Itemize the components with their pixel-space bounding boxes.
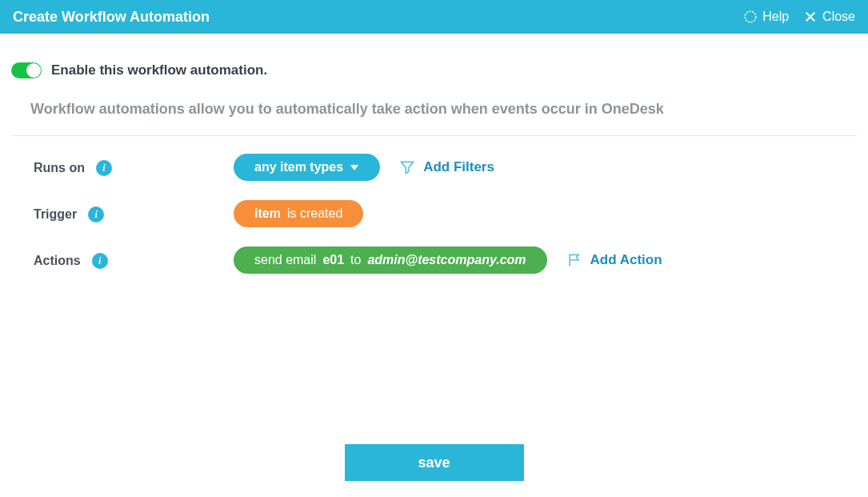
runs-on-row: Runs on i any item types Add Filters (34, 154, 857, 181)
add-filters-button[interactable]: Add Filters (399, 159, 494, 175)
help-icon (743, 10, 758, 24)
divider (11, 135, 857, 136)
actions-label: Actions (34, 254, 81, 268)
actions-row: Actions i send email e01 to admin@testco… (34, 246, 857, 274)
help-button[interactable]: Help (743, 10, 789, 24)
trigger-label: Trigger (34, 207, 77, 222)
trigger-item: item (254, 206, 281, 221)
dialog-title: Create Workflow Automation (13, 9, 210, 26)
trigger-condition: is created (287, 206, 342, 221)
save-button[interactable]: save (345, 444, 524, 481)
enable-label: Enable this workflow automation. (51, 62, 267, 78)
action-target: admin@testcompany.com (367, 253, 526, 267)
enable-row: Enable this workflow automation. (11, 62, 857, 78)
add-action-button[interactable]: Add Action (566, 252, 662, 268)
dialog-body: Enable this workflow automation. Workflo… (0, 34, 868, 274)
add-filters-label: Add Filters (423, 159, 494, 175)
help-label: Help (762, 10, 789, 24)
info-icon[interactable]: i (88, 206, 104, 222)
action-pill[interactable]: send email e01 to admin@testcompany.com (234, 246, 547, 274)
action-code: e01 (322, 253, 344, 267)
filter-icon (399, 159, 415, 175)
info-icon[interactable]: i (96, 160, 112, 176)
header-actions: Help Close (743, 10, 855, 24)
trigger-row: Trigger i item is created (34, 200, 857, 227)
runs-on-value: any item types (254, 160, 343, 174)
svg-point-0 (745, 11, 756, 22)
dialog-header: Create Workflow Automation Help Close (0, 0, 868, 34)
add-action-label: Add Action (590, 252, 662, 268)
trigger-pill[interactable]: item is created (234, 200, 363, 227)
runs-on-dropdown[interactable]: any item types (234, 154, 380, 181)
flag-icon (566, 252, 582, 268)
footer: save (0, 444, 868, 481)
action-to: to (350, 253, 361, 267)
close-icon (803, 10, 818, 24)
description-text: Workflow automations allow you to automa… (11, 101, 857, 135)
action-prefix: send email (254, 253, 316, 267)
info-icon[interactable]: i (92, 253, 108, 269)
close-label: Close (822, 10, 855, 24)
runs-on-label: Runs on (34, 161, 85, 175)
enable-toggle[interactable] (11, 62, 42, 78)
close-button[interactable]: Close (803, 10, 855, 24)
chevron-down-icon (350, 160, 359, 174)
svg-marker-3 (350, 165, 358, 170)
